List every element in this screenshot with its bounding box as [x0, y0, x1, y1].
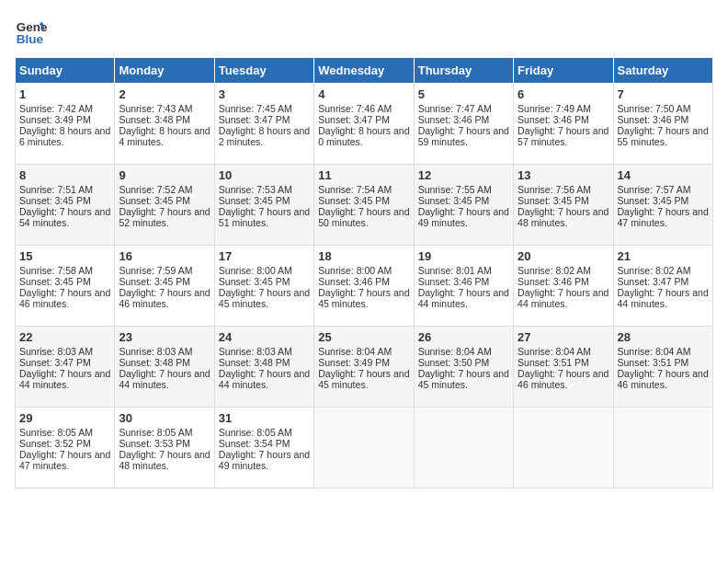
calendar-cell: 12Sunrise: 7:55 AMSunset: 3:45 PMDayligh… [414, 165, 513, 246]
calendar-cell: 7Sunrise: 7:50 AMSunset: 3:46 PMDaylight… [613, 84, 712, 165]
day-header-tuesday: Tuesday [214, 58, 313, 84]
calendar-cell: 17Sunrise: 8:00 AMSunset: 3:45 PMDayligh… [214, 246, 313, 327]
day-number: 13 [518, 168, 609, 182]
cell-info: Sunrise: 7:46 AMSunset: 3:47 PMDaylight:… [318, 103, 409, 147]
day-number: 25 [318, 330, 409, 344]
cell-info: Sunrise: 8:04 AMSunset: 3:51 PMDaylight:… [518, 346, 609, 390]
cell-info: Sunrise: 7:56 AMSunset: 3:45 PMDaylight:… [518, 184, 609, 228]
calendar-cell [314, 408, 414, 488]
calendar-cell: 26Sunrise: 8:04 AMSunset: 3:50 PMDayligh… [414, 327, 513, 408]
day-number: 11 [318, 168, 409, 182]
calendar-cell: 29Sunrise: 8:05 AMSunset: 3:52 PMDayligh… [16, 408, 115, 488]
day-number: 24 [219, 330, 310, 344]
calendar-week-row: 15Sunrise: 7:58 AMSunset: 3:45 PMDayligh… [16, 246, 713, 327]
cell-info: Sunrise: 7:55 AMSunset: 3:45 PMDaylight:… [418, 184, 509, 228]
day-number: 28 [618, 330, 709, 344]
calendar-week-row: 8Sunrise: 7:51 AMSunset: 3:45 PMDaylight… [16, 165, 713, 246]
day-header-sunday: Sunday [16, 58, 115, 84]
day-number: 9 [119, 168, 210, 182]
calendar-week-row: 29Sunrise: 8:05 AMSunset: 3:52 PMDayligh… [16, 408, 713, 488]
calendar-cell: 24Sunrise: 8:03 AMSunset: 3:48 PMDayligh… [214, 327, 313, 408]
day-number: 26 [418, 330, 509, 344]
calendar-cell: 10Sunrise: 7:53 AMSunset: 3:45 PMDayligh… [214, 165, 313, 246]
calendar-cell: 30Sunrise: 8:05 AMSunset: 3:53 PMDayligh… [115, 408, 214, 488]
day-number: 23 [119, 330, 210, 344]
cell-info: Sunrise: 7:58 AMSunset: 3:45 PMDaylight:… [19, 265, 110, 309]
calendar-week-row: 22Sunrise: 8:03 AMSunset: 3:47 PMDayligh… [16, 327, 713, 408]
cell-info: Sunrise: 8:04 AMSunset: 3:50 PMDaylight:… [418, 346, 509, 390]
calendar-cell: 20Sunrise: 8:02 AMSunset: 3:46 PMDayligh… [514, 246, 613, 327]
calendar-cell: 23Sunrise: 8:03 AMSunset: 3:48 PMDayligh… [115, 327, 214, 408]
day-number: 2 [119, 87, 210, 101]
day-number: 31 [219, 411, 310, 425]
cell-info: Sunrise: 7:52 AMSunset: 3:45 PMDaylight:… [119, 184, 210, 228]
cell-info: Sunrise: 7:45 AMSunset: 3:47 PMDaylight:… [219, 103, 310, 147]
cell-info: Sunrise: 8:02 AMSunset: 3:46 PMDaylight:… [518, 265, 609, 309]
svg-text:Blue: Blue [17, 32, 44, 46]
calendar-cell: 21Sunrise: 8:02 AMSunset: 3:47 PMDayligh… [613, 246, 712, 327]
cell-info: Sunrise: 8:00 AMSunset: 3:46 PMDaylight:… [318, 265, 409, 309]
calendar-table: SundayMondayTuesdayWednesdayThursdayFrid… [15, 57, 713, 488]
cell-info: Sunrise: 8:05 AMSunset: 3:54 PMDaylight:… [219, 427, 310, 471]
day-number: 16 [119, 249, 210, 263]
cell-info: Sunrise: 7:50 AMSunset: 3:46 PMDaylight:… [618, 103, 709, 147]
cell-info: Sunrise: 7:42 AMSunset: 3:49 PMDaylight:… [19, 103, 110, 147]
calendar-cell: 31Sunrise: 8:05 AMSunset: 3:54 PMDayligh… [214, 408, 313, 488]
calendar-cell: 2Sunrise: 7:43 AMSunset: 3:48 PMDaylight… [115, 84, 214, 165]
cell-info: Sunrise: 7:54 AMSunset: 3:45 PMDaylight:… [318, 184, 409, 228]
day-header-wednesday: Wednesday [314, 58, 414, 84]
calendar-cell: 15Sunrise: 7:58 AMSunset: 3:45 PMDayligh… [16, 246, 115, 327]
cell-info: Sunrise: 8:03 AMSunset: 3:48 PMDaylight:… [119, 346, 210, 390]
day-number: 6 [518, 87, 609, 101]
day-number: 29 [19, 411, 110, 425]
calendar-cell: 3Sunrise: 7:45 AMSunset: 3:47 PMDaylight… [214, 84, 313, 165]
cell-info: Sunrise: 7:49 AMSunset: 3:46 PMDaylight:… [518, 103, 609, 147]
cell-info: Sunrise: 8:00 AMSunset: 3:45 PMDaylight:… [219, 265, 310, 309]
cell-info: Sunrise: 8:05 AMSunset: 3:53 PMDaylight:… [119, 427, 210, 471]
cell-info: Sunrise: 8:04 AMSunset: 3:49 PMDaylight:… [318, 346, 409, 390]
day-number: 3 [219, 87, 310, 101]
cell-info: Sunrise: 7:43 AMSunset: 3:48 PMDaylight:… [119, 103, 210, 147]
day-number: 14 [618, 168, 709, 182]
day-number: 1 [19, 87, 110, 101]
day-number: 7 [618, 87, 709, 101]
calendar-cell: 18Sunrise: 8:00 AMSunset: 3:46 PMDayligh… [314, 246, 414, 327]
day-number: 10 [219, 168, 310, 182]
calendar-cell: 25Sunrise: 8:04 AMSunset: 3:49 PMDayligh… [314, 327, 414, 408]
calendar-cell: 9Sunrise: 7:52 AMSunset: 3:45 PMDaylight… [115, 165, 214, 246]
day-number: 5 [418, 87, 509, 101]
calendar-cell: 28Sunrise: 8:04 AMSunset: 3:51 PMDayligh… [613, 327, 712, 408]
day-number: 19 [418, 249, 509, 263]
day-header-friday: Friday [514, 58, 613, 84]
day-header-monday: Monday [115, 58, 214, 84]
calendar-cell: 6Sunrise: 7:49 AMSunset: 3:46 PMDaylight… [514, 84, 613, 165]
calendar-cell: 4Sunrise: 7:46 AMSunset: 3:47 PMDaylight… [314, 84, 414, 165]
day-number: 17 [219, 249, 310, 263]
calendar-header-row: SundayMondayTuesdayWednesdayThursdayFrid… [16, 58, 713, 84]
cell-info: Sunrise: 8:04 AMSunset: 3:51 PMDaylight:… [618, 346, 709, 390]
page-header: General Blue [15, 15, 713, 48]
day-number: 22 [19, 330, 110, 344]
calendar-cell: 16Sunrise: 7:59 AMSunset: 3:45 PMDayligh… [115, 246, 214, 327]
cell-info: Sunrise: 7:47 AMSunset: 3:46 PMDaylight:… [418, 103, 509, 147]
day-number: 15 [19, 249, 110, 263]
calendar-cell: 14Sunrise: 7:57 AMSunset: 3:45 PMDayligh… [613, 165, 712, 246]
day-number: 21 [618, 249, 709, 263]
calendar-cell: 1Sunrise: 7:42 AMSunset: 3:49 PMDaylight… [16, 84, 115, 165]
day-number: 30 [119, 411, 210, 425]
calendar-cell [613, 408, 712, 488]
cell-info: Sunrise: 7:51 AMSunset: 3:45 PMDaylight:… [19, 184, 110, 228]
cell-info: Sunrise: 7:53 AMSunset: 3:45 PMDaylight:… [219, 184, 310, 228]
calendar-week-row: 1Sunrise: 7:42 AMSunset: 3:49 PMDaylight… [16, 84, 713, 165]
cell-info: Sunrise: 8:03 AMSunset: 3:48 PMDaylight:… [219, 346, 310, 390]
cell-info: Sunrise: 8:03 AMSunset: 3:47 PMDaylight:… [19, 346, 110, 390]
day-number: 8 [19, 168, 110, 182]
cell-info: Sunrise: 8:05 AMSunset: 3:52 PMDaylight:… [19, 427, 110, 471]
calendar-cell: 27Sunrise: 8:04 AMSunset: 3:51 PMDayligh… [514, 327, 613, 408]
calendar-cell: 11Sunrise: 7:54 AMSunset: 3:45 PMDayligh… [314, 165, 414, 246]
day-number: 27 [518, 330, 609, 344]
cell-info: Sunrise: 8:01 AMSunset: 3:46 PMDaylight:… [418, 265, 509, 309]
cell-info: Sunrise: 7:57 AMSunset: 3:45 PMDaylight:… [618, 184, 709, 228]
day-number: 20 [518, 249, 609, 263]
day-number: 12 [418, 168, 509, 182]
